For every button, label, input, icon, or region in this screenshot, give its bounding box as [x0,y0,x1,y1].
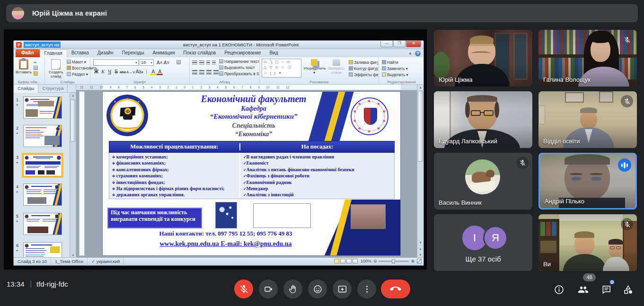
view-normal-icon[interactable] [334,259,339,263]
present-button[interactable] [333,280,352,298]
avatar-photo [465,159,500,194]
ppt-doc-tab[interactable]: виступ_вступ на [24,42,61,48]
presenter-avatar [12,7,24,19]
grow-font-icon[interactable]: A˄ A˅ [157,60,169,65]
list-buttons[interactable] [192,61,218,66]
panel-tab-outline[interactable]: Структура [38,85,68,93]
shadow-icon: abc [120,69,126,76]
mic-off-icon [621,34,633,46]
shape-style-buttons[interactable]: Заливка фигуры Контур фигуры Эффекты фиг… [349,60,378,79]
shared-screen[interactable]: P виступ_вступ на виступ_вступ на 1 ЕКОН… [4,29,427,270]
tab-review[interactable]: Рецензирование [220,49,265,57]
tab-animations[interactable]: Анимация [148,49,179,57]
table-header-right: На посадах: [240,143,394,150]
clear-format-icon[interactable] [176,60,182,65]
tile-eduard-lapkovskyi[interactable]: Едуард Лапковський [434,91,532,148]
maximize-button[interactable]: ❐ [393,41,406,47]
layout-button[interactable]: Макет ▾ [67,60,86,64]
font-style-buttons[interactable]: ЖКЧSabcA↔VAa▾|АА [93,69,163,76]
slide-editor[interactable]: ★★★★★ Ф Економічний факультет Кафедра “Е… [102,91,401,256]
font-size-combo[interactable]: 18 [140,59,154,66]
slide-thumb-1[interactable] [23,96,62,119]
participants-button[interactable] [577,283,589,296]
tab-file[interactable]: Файл [16,49,40,57]
cut-icon[interactable]: ✂ [34,60,37,65]
italic-icon: К [100,69,106,75]
zoom-level: 100% [361,259,371,263]
tab-view[interactable]: Вид [265,49,282,57]
tab-slideshow[interactable]: Показ слайдов [179,49,220,57]
presenting-text: Юрій Ціжма на екрані [32,9,107,17]
panel-tab-slides[interactable]: Слайды [14,85,38,93]
table-col-right: В наглядових радах і членами правління Е… [240,153,394,199]
powerpoint-icon: P [16,42,22,48]
ribbon-group-paragraph: Направление текста Выровнять текст Преоб… [190,57,260,85]
tile-halyna-voloshchuk[interactable]: Галина Волощук [538,30,637,87]
fit-window-icon[interactable] [417,259,422,263]
view-sorter-icon[interactable] [340,259,345,263]
end-call-button[interactable] [381,280,410,298]
paste-button[interactable]: Вставить [15,59,33,79]
tile-you[interactable]: Ви [538,214,637,271]
minimize-button[interactable]: — [380,41,393,47]
slide-thumb-5[interactable] [23,213,62,235]
align-buttons[interactable] [192,70,221,75]
font-name-combo[interactable] [93,59,139,66]
mic-mute-button[interactable] [234,280,253,298]
char-spacing-icon: A↔V [126,69,135,76]
help-icon[interactable]: ? [415,51,421,56]
tab-insert[interactable]: Вставка [67,49,93,57]
copy-icon[interactable] [34,66,39,70]
slide-thumb-3-selected[interactable] [23,154,62,176]
tab-design[interactable]: Дизайн [93,49,118,57]
info-button[interactable] [553,283,565,296]
select-button[interactable]: Выделить ▾ [382,72,408,79]
arrange-button[interactable]: Упорядочить ▾ [303,59,325,79]
vertical-ruler [79,91,85,256]
view-slideshow-icon[interactable] [353,259,358,263]
camera-button[interactable] [259,280,278,298]
more-options-button[interactable] [357,280,376,298]
tile-yurii-tsizhma[interactable]: Юрій Ціжма [434,30,532,87]
tile-more-people[interactable]: І Я Ще 37 осіб [434,214,532,271]
photo-graduates [351,204,386,229]
slide-thumb-2[interactable] [23,125,62,147]
tab-home[interactable]: Главная [40,49,67,57]
tile-andrii-pilko-speaking[interactable]: Андрій Пілько [538,153,637,210]
mic-off-icon [621,218,633,230]
slide-scrollbar[interactable]: ▲▼▲▼ [417,85,423,258]
ppt-titlebar[interactable]: P виступ_вступ на виступ_вступ на 1 ЕКОН… [14,41,423,49]
format-painter-icon[interactable] [34,71,39,76]
footer-separator: | [30,279,32,289]
close-button[interactable]: ✕ [406,41,421,47]
tile-viddil-osvity[interactable]: Відділ освіти [538,91,637,148]
tab-transitions[interactable]: Переходы [117,49,148,57]
chat-button[interactable] [600,283,612,296]
zoom-out-icon[interactable]: ⊖ [373,259,377,263]
collapse-ribbon-icon[interactable]: ▲ [408,51,412,55]
slide-thumb-6[interactable] [23,242,62,258]
shapes-gallery[interactable]: ▭ ╲ ◻ ○ ▭△ ▽ ◇ ☆ ❍☆ ( ) ✦ [262,59,301,78]
slide-thumb-4[interactable] [23,184,62,206]
status-language[interactable]: ✓ украинский [88,258,124,266]
panel-scrollbar[interactable]: ▲▼ [70,93,76,258]
text-direction-button: Направление текста [219,59,259,65]
participant-name: Василь Винник [439,199,482,206]
view-reading-icon[interactable] [346,259,352,263]
section-button[interactable]: Раздел ▾ [67,72,88,77]
reactions-button[interactable] [308,280,327,298]
employment-table: Можливості працевлаштування:На посадах: … [109,141,395,199]
new-slide-button[interactable]: Создать слайд [46,59,66,79]
quick-styles-button[interactable]: Экспресс-стили [325,59,348,79]
replace-button[interactable]: Заменить ▾ [382,66,408,72]
find-button[interactable]: Найти [382,60,408,66]
zoom-in-icon[interactable]: ⊕ [411,259,415,263]
presenting-banner: Юрій Ціжма на екрані [6,4,638,22]
raise-hand-button[interactable] [283,280,302,298]
zoom-slider[interactable] [379,261,409,262]
ribbon-group-clipboard: Вставить ✂ Буфер обм... [14,57,45,85]
promo-box: Під час навчання можливість вигравати ст… [107,208,202,228]
tile-vasyl-vynnyk[interactable]: Василь Винник [434,153,532,210]
activities-button[interactable] [622,283,634,296]
paragraph-text-buttons[interactable]: Направление текста Выровнять текст Преоб… [219,59,259,78]
